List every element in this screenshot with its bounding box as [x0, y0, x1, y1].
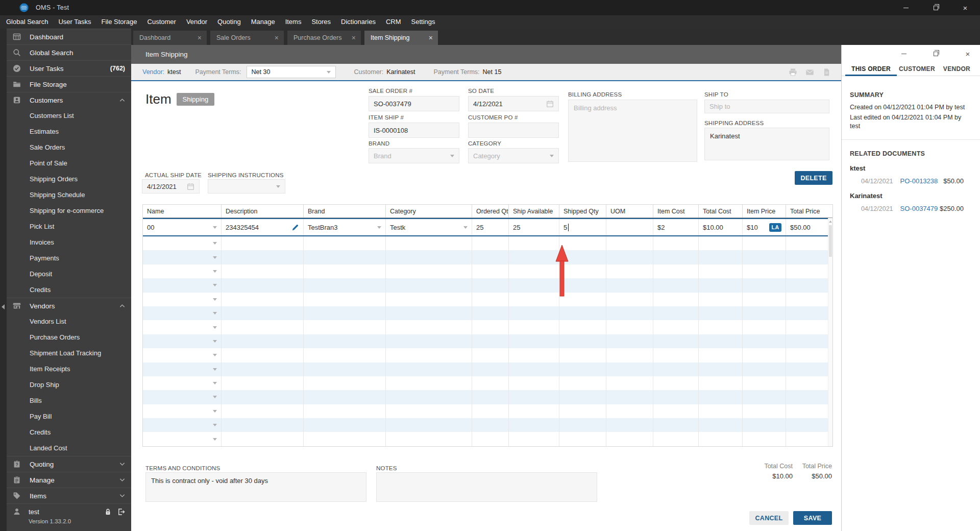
sidebar-item-global-search[interactable]: Global Search [7, 44, 131, 60]
lock-icon[interactable] [104, 508, 112, 516]
sidebar-item-deposit[interactable]: Deposit [7, 266, 131, 282]
table-row-empty[interactable] [143, 376, 832, 390]
scrollbar-up-icon[interactable] [828, 218, 832, 225]
category-select[interactable]: Category [468, 148, 559, 163]
vendor-link[interactable]: Vendor: [142, 68, 164, 76]
sidebar-item-landed-cost[interactable]: Landed Cost [7, 440, 131, 456]
tab-item-shipping[interactable]: Item Shipping× [364, 31, 438, 45]
document-link[interactable]: SO-0037479 [900, 205, 938, 212]
tab-purchase-orders[interactable]: Purchase Orders× [287, 31, 361, 45]
column-header-total-cost[interactable]: Total Cost [699, 205, 743, 218]
sidebar-item-purchase-orders[interactable]: Purchase Orders [7, 329, 131, 345]
column-header-ship-available[interactable]: Ship Available [509, 205, 559, 218]
column-header-item-cost[interactable]: Item Cost [653, 205, 699, 218]
panel-tab-customer[interactable]: CUSTOMER [899, 62, 935, 76]
print-icon[interactable] [789, 68, 797, 77]
tab-dashboard[interactable]: Dashboard× [133, 31, 207, 45]
menu-item-items[interactable]: Items [280, 15, 307, 29]
panel-restore-button[interactable] [930, 50, 941, 58]
table-row-empty[interactable] [143, 293, 832, 306]
item-ship-input[interactable]: IS-0000108 [369, 123, 459, 138]
column-header-brand[interactable]: Brand [304, 205, 386, 218]
close-icon[interactable]: × [275, 34, 279, 41]
panel-tab-vendor[interactable]: VENDOR [943, 62, 970, 76]
terms-input[interactable]: This is contract only - void after 30 da… [145, 472, 366, 502]
ordered-qty-cell[interactable]: 25 [472, 219, 509, 235]
restore-button[interactable] [921, 0, 950, 15]
total-cost-cell[interactable]: $10.00 [699, 219, 743, 235]
sidebar-item-pay-bill[interactable]: Pay Bill [7, 408, 131, 424]
uom-cell[interactable] [606, 219, 653, 235]
table-row-empty[interactable] [143, 390, 832, 404]
close-icon[interactable]: × [429, 34, 433, 41]
billing-address-input[interactable]: Billing address [568, 100, 697, 162]
menu-item-file-storage[interactable]: File Storage [96, 15, 142, 29]
mail-icon[interactable] [805, 68, 814, 77]
item-name-cell[interactable]: 00 [143, 219, 222, 235]
sidebar-item-credits[interactable]: Credits [7, 282, 131, 298]
save-button[interactable]: SAVE [793, 511, 832, 525]
menu-item-crm[interactable]: CRM [381, 15, 406, 29]
panel-close-button[interactable]: × [963, 50, 973, 58]
column-header-uom[interactable]: UOM [606, 205, 653, 218]
menu-item-quoting[interactable]: Quoting [212, 15, 246, 29]
sidebar-item-user-tasks[interactable]: User Tasks(762) [7, 60, 131, 76]
column-header-category[interactable]: Category [386, 205, 472, 218]
shipping-instructions-select[interactable] [208, 179, 285, 194]
table-row-empty[interactable] [143, 432, 832, 446]
sidebar-item-item-receipts[interactable]: Item Receipts [7, 361, 131, 377]
item-category-cell[interactable]: Testk [386, 219, 472, 235]
table-row-empty[interactable] [143, 250, 832, 264]
table-row-empty[interactable] [143, 278, 832, 292]
actual-ship-date-input[interactable]: 4/12/2021 [142, 179, 200, 194]
sidebar-item-estimates[interactable]: Estimates [7, 124, 131, 139]
sidebar-item-sale-orders[interactable]: Sale Orders [7, 139, 131, 155]
menu-item-vendor[interactable]: Vendor [181, 15, 212, 29]
menu-item-manage[interactable]: Manage [246, 15, 280, 29]
sidebar-item-shipping-for-e-commerce[interactable]: Shipping for e-commerce [7, 203, 131, 219]
edit-icon[interactable] [291, 224, 299, 231]
table-row-empty[interactable] [143, 236, 832, 250]
sidebar-item-invoices[interactable]: Invoices [7, 234, 131, 250]
document-link[interactable]: PO-0013238 [900, 177, 938, 185]
sidebar-item-payments[interactable]: Payments [7, 250, 131, 266]
sidebar-item-pick-list[interactable]: Pick List [7, 219, 131, 234]
sidebar-item-shipment-load-tracking[interactable]: Shipment Load Tracking [7, 345, 131, 361]
ship-available-cell[interactable]: 25 [509, 219, 559, 235]
column-header-total-price[interactable]: Total Price [786, 205, 832, 218]
column-header-name[interactable]: Name [143, 205, 222, 218]
sidebar-item-bills[interactable]: Bills [7, 393, 131, 408]
logout-icon[interactable] [117, 508, 125, 516]
table-row-empty[interactable] [143, 404, 832, 418]
menu-item-dictionaries[interactable]: Dictionaries [336, 15, 381, 29]
sidebar-collapse-icon[interactable] [2, 304, 5, 309]
column-header-description[interactable]: Description [222, 205, 304, 218]
sidebar-item-items[interactable]: Items [7, 488, 131, 503]
menu-item-customer[interactable]: Customer [142, 15, 181, 29]
close-button[interactable]: × [950, 0, 980, 15]
sidebar-item-shipping-orders[interactable]: Shipping Orders [7, 171, 131, 187]
sidebar-item-dashboard[interactable]: Dashboard [7, 29, 131, 44]
table-row-empty[interactable] [143, 264, 832, 278]
table-row-empty[interactable] [143, 348, 832, 362]
sidebar-item-manage[interactable]: Manage [7, 472, 131, 488]
panel-tab-this-order[interactable]: THIS ORDER [851, 62, 891, 76]
scrollbar-thumb[interactable] [829, 225, 832, 257]
sidebar-item-point-of-sale[interactable]: Point of Sale [7, 155, 131, 171]
shipping-address-input[interactable]: Karinatest [704, 128, 829, 160]
sidebar-item-shipping-schedule[interactable]: Shipping Schedule [7, 187, 131, 203]
item-price-cell[interactable]: $10LA [743, 219, 786, 235]
brand-select[interactable]: Brand [369, 148, 459, 163]
menu-item-user-tasks[interactable]: User Tasks [53, 15, 96, 29]
minimize-button[interactable] [891, 0, 921, 15]
shipped-qty-input[interactable]: 5 [559, 219, 606, 235]
column-header-ordered-qty[interactable]: Ordered Qty [472, 205, 509, 218]
table-row-empty[interactable] [143, 306, 832, 320]
vendor-terms-select[interactable]: Net 30 [247, 66, 336, 78]
ship-to-input[interactable]: Ship to [704, 100, 829, 113]
item-brand-cell[interactable]: TestBran3 [304, 219, 386, 235]
sidebar-item-vendors-list[interactable]: Vendors List [7, 313, 131, 329]
item-description-cell[interactable]: 234325454 [222, 219, 304, 235]
cancel-button[interactable]: CANCEL [749, 511, 789, 525]
menu-item-global-search[interactable]: Global Search [1, 15, 53, 29]
